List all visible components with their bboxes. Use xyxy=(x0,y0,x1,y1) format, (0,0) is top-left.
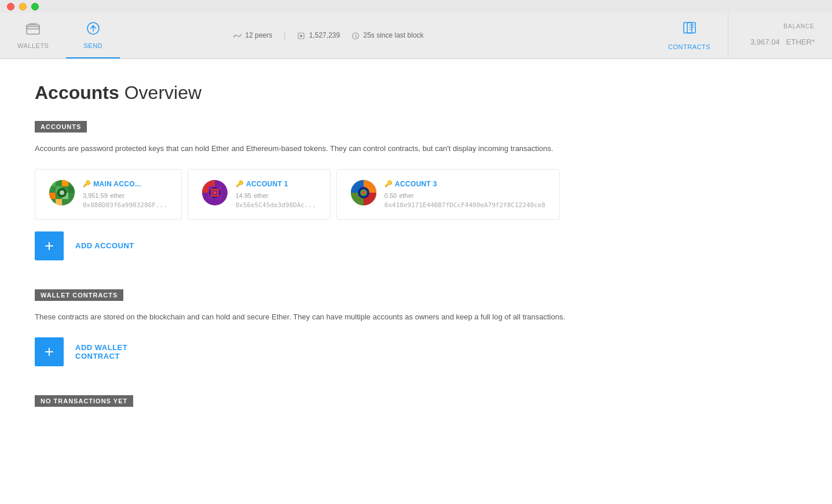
svg-rect-6 xyxy=(684,23,692,33)
page-title: Accounts Overview xyxy=(35,82,797,104)
add-account-label[interactable]: ADD ACCOUNT xyxy=(75,241,134,250)
svg-rect-11 xyxy=(62,180,68,186)
account-address-3: 0x418e9171E44BB7fDCcF4400eA79f2f8C12240c… xyxy=(384,201,545,209)
svg-rect-1 xyxy=(27,27,39,29)
account-info-main: 🔑 MAIN ACCO... 3,951.59 ether 0x88BD03f6… xyxy=(83,180,167,209)
svg-point-17 xyxy=(60,190,64,195)
balance-amount: 3,967.04 ETHER* xyxy=(750,31,815,49)
contracts-label: CONTRACTS xyxy=(668,43,710,50)
add-wallet-contract-label[interactable]: ADD WALLET CONTRACT xyxy=(75,343,127,360)
send-label: SEND xyxy=(83,42,102,49)
header-status: 12 peers | 1,527,239 25s since last bloc… xyxy=(233,31,423,40)
account-card-3[interactable]: 🔑 ACCOUNT 3 0.50 ether 0x418e9171E44BB7f… xyxy=(336,169,560,220)
avatar-account3 xyxy=(351,180,376,205)
key-icon-main: 🔑 xyxy=(83,180,91,187)
titlebar xyxy=(0,0,832,13)
avatar-main xyxy=(49,180,75,205)
svg-point-32 xyxy=(362,191,365,194)
close-button[interactable] xyxy=(7,3,14,10)
svg-rect-7 xyxy=(687,23,695,33)
svg-rect-12 xyxy=(49,193,56,199)
lastblock-status: 25s since last block xyxy=(351,31,423,40)
balance-section: BALANCE 3,967.04 ETHER* xyxy=(728,13,832,58)
wallets-label: WALLETS xyxy=(17,42,49,49)
minimize-button[interactable] xyxy=(19,3,27,10)
add-wallet-contract-row: + ADD WALLET CONTRACT xyxy=(35,337,797,366)
avatar-account1 xyxy=(202,180,228,205)
account-address-1: 0x56e5C45de3d98DAc... xyxy=(236,201,316,209)
account-balance-1: 14.95 ether xyxy=(236,190,316,200)
svg-rect-9 xyxy=(49,180,56,186)
account-card-1[interactable]: 🔑 ACCOUNT 1 14.95 ether 0x56e5C45de3d98D… xyxy=(188,169,331,220)
account-balance-main: 3,951.59 ether xyxy=(83,190,167,200)
no-transactions-header: NO TRANSACTIONS YET xyxy=(35,395,133,407)
account-info-3: 🔑 ACCOUNT 3 0.50 ether 0x418e9171E44BB7f… xyxy=(384,180,545,209)
svg-rect-15 xyxy=(56,199,62,205)
svg-rect-14 xyxy=(68,186,75,193)
peers-status: 12 peers xyxy=(233,31,272,39)
account-address-main: 0x88BD03f6a9903286F... xyxy=(83,201,167,209)
account-card-main[interactable]: 🔑 MAIN ACCO... 3,951.59 ether 0x88BD03f6… xyxy=(35,169,182,220)
header: WALLETS SEND 12 peers | xyxy=(0,13,832,59)
contracts-icon xyxy=(682,21,697,40)
account-info-1: 🔑 ACCOUNT 1 14.95 ether 0x56e5C45de3d98D… xyxy=(236,180,316,209)
wallet-contracts-section: WALLET CONTRACTS These contracts are sto… xyxy=(35,289,797,366)
wallets-icon xyxy=(26,23,40,39)
balance-label: BALANCE xyxy=(783,23,815,30)
accounts-description: Accounts are password protected keys tha… xyxy=(35,143,797,155)
accounts-section: ACCOUNTS Accounts are password protected… xyxy=(35,121,797,260)
accounts-row: 🔑 MAIN ACCO... 3,951.59 ether 0x88BD03f6… xyxy=(35,169,797,220)
nav-item-send[interactable]: SEND xyxy=(66,13,120,58)
wallet-contracts-description: These contracts are stored on the blockc… xyxy=(35,311,797,323)
key-icon-1: 🔑 xyxy=(236,180,244,187)
add-wallet-contract-icon-button[interactable]: + xyxy=(35,337,64,366)
account-balance-3: 0.50 ether xyxy=(384,190,545,200)
svg-rect-24 xyxy=(214,192,216,194)
account-name-3: 🔑 ACCOUNT 3 xyxy=(384,180,545,188)
nav-item-wallets[interactable]: WALLETS xyxy=(0,13,66,58)
accounts-section-header: ACCOUNTS xyxy=(35,121,87,133)
header-right: CONTRACTS BALANCE 3,967.04 ETHER* xyxy=(651,13,832,58)
no-transactions-section: NO TRANSACTIONS YET xyxy=(35,395,797,417)
svg-rect-4 xyxy=(300,35,302,37)
nav-item-contracts[interactable]: CONTRACTS xyxy=(651,13,728,58)
add-account-row: + ADD ACCOUNT xyxy=(35,231,797,260)
send-icon xyxy=(86,21,100,39)
maximize-button[interactable] xyxy=(31,3,39,10)
nav-group: WALLETS SEND xyxy=(0,13,120,58)
wallet-contracts-header: WALLET CONTRACTS xyxy=(35,289,123,301)
main-content: Accounts Overview ACCOUNTS Accounts are … xyxy=(0,59,832,504)
account-name-1: 🔑 ACCOUNT 1 xyxy=(236,180,316,188)
blocks-status: 1,527,239 xyxy=(297,31,340,40)
add-account-icon-button[interactable]: + xyxy=(35,231,64,260)
account-name-main: 🔑 MAIN ACCO... xyxy=(83,180,167,188)
balance-unit: ETHER* xyxy=(786,38,815,46)
key-icon-3: 🔑 xyxy=(384,180,393,187)
